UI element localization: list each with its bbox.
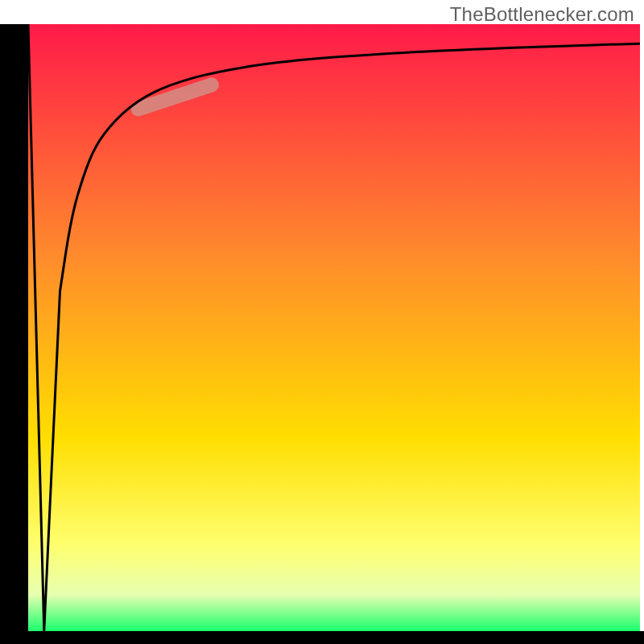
left-black-band bbox=[0, 24, 28, 644]
chart-frame: TheBottlenecker.com bbox=[0, 0, 644, 644]
bottleneck-chart bbox=[0, 0, 644, 644]
bottom-black-band bbox=[0, 631, 644, 644]
